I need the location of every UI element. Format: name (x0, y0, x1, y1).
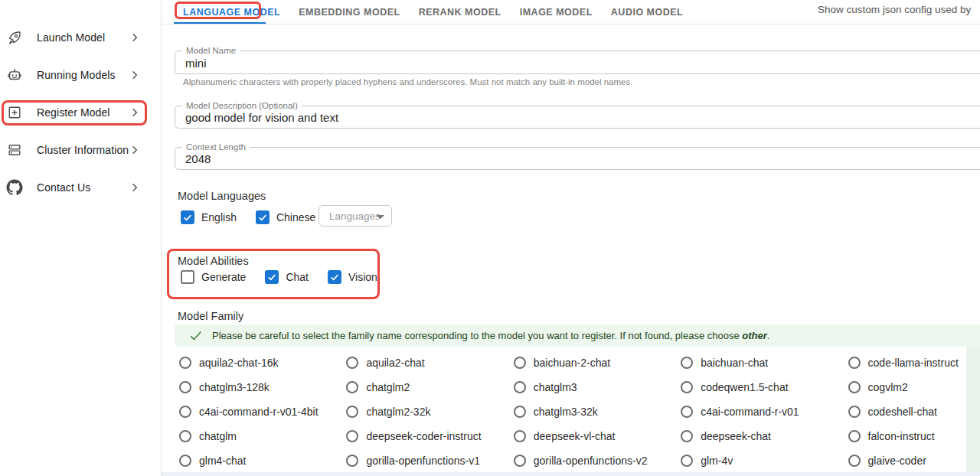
model-family-option-gorilla-openfunctions-v1[interactable]: gorilla-openfunctions-v1 (343, 448, 510, 473)
show-json-config-link[interactable]: Show custom json config used by (818, 4, 971, 15)
model-family-option-label: gorilla-openfunctions-v1 (366, 455, 480, 467)
model-name-field[interactable]: Model Name mini (175, 51, 980, 74)
checkbox-checked-icon (265, 270, 279, 284)
radio-icon (848, 406, 861, 418)
model-family-option-falcon-instruct[interactable]: falcon-instruct (845, 424, 980, 448)
model-family-option-chatglm[interactable]: chatglm (176, 424, 343, 448)
sidebar: Launch Model Running Models Register Mod… (0, 0, 161, 476)
radio-icon (514, 406, 526, 418)
sidebar-item-label: Contact Us (37, 181, 90, 194)
model-family-option-glaive-coder[interactable]: glaive-coder (845, 448, 980, 473)
tab-rerank-model[interactable]: RERANK MODEL (410, 0, 511, 24)
radio-icon (514, 381, 526, 393)
model-family-option-label: c4ai-command-r-v01-4bit (199, 406, 318, 418)
model-family-option-chatglm2-32k[interactable]: chatglm2-32k (343, 399, 510, 424)
sidebar-item-label: Running Models (37, 69, 116, 81)
model-family-option-glm4-chat[interactable]: glm4-chat (176, 448, 343, 473)
model-family-option-deepseek-coder-instruct[interactable]: deepseek-coder-instruct (343, 424, 510, 448)
tab-language-model[interactable]: LANGUAGE MODEL (174, 0, 289, 24)
model-family-option-c4ai-command-r-v01-4bit[interactable]: c4ai-command-r-v01-4bit (176, 399, 343, 424)
model-family-option-baichuan-2-chat[interactable]: baichuan-2-chat (511, 350, 678, 375)
model-family-option-label: glm4-chat (199, 455, 246, 467)
tab-audio-model[interactable]: AUDIO MODEL (602, 0, 692, 24)
model-family-option-cogvlm2[interactable]: cogvlm2 (845, 375, 980, 399)
tab-embedding-model[interactable]: EMBEDDING MODEL (289, 0, 410, 24)
model-family-option-baichuan-chat[interactable]: baichuan-chat (678, 350, 844, 375)
language-english-checkbox[interactable]: English (181, 210, 244, 224)
checkbox-label: English (201, 211, 237, 223)
model-description-field[interactable]: Model Description (Optional) good model … (175, 106, 980, 129)
model-family-option-glm-4v[interactable]: glm-4v (678, 448, 844, 473)
model-family-option-c4ai-command-r-v01[interactable]: c4ai-command-r-v01 (678, 399, 844, 424)
radio-icon (346, 430, 358, 442)
model-family-option-label: chatglm2-32k (366, 406, 430, 418)
language-chinese-checkbox[interactable]: Chinese (256, 210, 323, 224)
model-type-tabs: LANGUAGE MODELEMBEDDING MODELRERANK MODE… (174, 0, 692, 24)
model-family-option-chatglm3-128k[interactable]: chatglm3-128k (176, 375, 343, 399)
model-family-option-chatglm3-32k[interactable]: chatglm3-32k (511, 399, 678, 424)
add-box-icon (6, 104, 23, 121)
model-family-option-chatglm3[interactable]: chatglm3 (511, 375, 678, 399)
model-abilities-group: Generate Chat Vision (181, 270, 397, 284)
radio-icon (681, 381, 693, 393)
radio-icon (179, 381, 191, 393)
model-family-option-label: c4ai-command-r-v01 (701, 406, 799, 418)
radio-icon (346, 381, 358, 393)
languages-select[interactable]: Languages (318, 205, 392, 227)
model-family-option-aquila2-chat[interactable]: aquila2-chat (343, 350, 510, 375)
model-family-option-label: deepseek-coder-instruct (366, 430, 481, 442)
model-family-alert-text: Please be careful to select the family n… (212, 330, 769, 341)
model-family-option-deepseek-chat[interactable]: deepseek-chat (678, 424, 844, 448)
model-languages-heading: Model Languages (178, 190, 266, 202)
radio-icon (179, 357, 191, 369)
checkbox-label: Vision (348, 271, 377, 283)
radio-icon (179, 406, 191, 418)
right-edge-panel-sliver (966, 346, 980, 476)
model-family-option-label: code-llama-instruct (868, 357, 959, 369)
model-family-option-chatglm2[interactable]: chatglm2 (343, 375, 510, 399)
model-family-option-label: chatglm2 (366, 381, 410, 393)
ability-generate-checkbox[interactable]: Generate (181, 270, 253, 284)
model-family-option-label: chatglm3 (534, 381, 577, 393)
context-length-field[interactable]: Context Length 2048 (175, 147, 980, 170)
context-length-value: 2048 (185, 152, 211, 165)
ability-chat-checkbox[interactable]: Chat (265, 270, 316, 284)
model-family-option-gorilla-openfunctions-v2[interactable]: gorilla-openfunctions-v2 (511, 448, 678, 473)
model-description-value: good model for vision and text (185, 111, 338, 124)
model-family-option-label: aquila2-chat-16k (199, 357, 279, 369)
check-icon (189, 329, 202, 342)
sidebar-item-contact-us[interactable]: Contact Us (0, 174, 161, 201)
model-family-option-codeshell-chat[interactable]: codeshell-chat (845, 399, 980, 424)
checkbox-checked-icon (181, 210, 194, 224)
next-section-edge (162, 472, 980, 476)
chevron-right-icon (129, 31, 141, 44)
tab-image-model[interactable]: IMAGE MODEL (511, 0, 602, 24)
sidebar-divider (161, 0, 162, 476)
model-family-option-aquila2-chat-16k[interactable]: aquila2-chat-16k (176, 350, 343, 375)
languages-select-placeholder: Languages (329, 210, 381, 222)
model-family-option-label: glm-4v (701, 455, 733, 467)
model-family-option-deepseek-vl-chat[interactable]: deepseek-vl-chat (511, 424, 678, 448)
radio-icon (514, 455, 526, 467)
sidebar-item-running-models[interactable]: Running Models (0, 61, 161, 89)
checkbox-label: Chinese (276, 211, 315, 223)
radio-icon (681, 357, 693, 369)
model-name-value: mini (185, 56, 207, 69)
sidebar-item-label: Cluster Information (37, 144, 129, 156)
chevron-right-icon (129, 69, 141, 81)
sidebar-item-launch-model[interactable]: Launch Model (0, 24, 161, 51)
model-languages-group: English Chinese (181, 210, 335, 224)
robot-icon (6, 67, 23, 83)
radio-icon (514, 430, 526, 442)
sidebar-item-cluster-information[interactable]: Cluster Information (0, 136, 161, 164)
sidebar-item-label: Launch Model (37, 31, 105, 44)
model-family-option-code-llama-instruct[interactable]: code-llama-instruct (845, 350, 980, 375)
ability-vision-checkbox[interactable]: Vision (328, 270, 385, 284)
rocket-launch-icon (6, 29, 23, 46)
radio-icon (346, 406, 358, 418)
sidebar-item-register-model[interactable]: Register Model (0, 99, 161, 126)
radio-icon (346, 455, 358, 467)
model-family-option-label: deepseek-vl-chat (534, 430, 616, 442)
model-family-option-codeqwen1-5-chat[interactable]: codeqwen1.5-chat (678, 375, 844, 399)
model-family-option-label: aquila2-chat (366, 357, 424, 369)
